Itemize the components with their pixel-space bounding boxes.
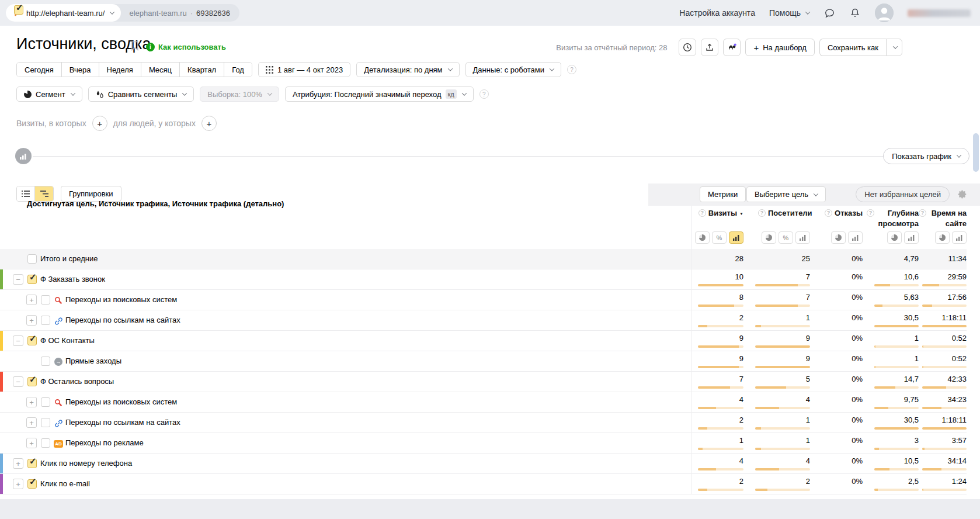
row-checkbox[interactable]: [27, 377, 37, 386]
ai-insights-button[interactable]: [723, 39, 741, 56]
attribution-label: Атрибуция: Последний значимый переход: [293, 90, 442, 99]
row-checkbox[interactable]: [41, 418, 50, 427]
export-share-button[interactable]: [701, 39, 718, 56]
pie-display-toggle[interactable]: [762, 231, 776, 244]
add-visit-filter-button[interactable]: +: [92, 116, 107, 131]
metric-cell-bounce: 0%: [810, 249, 863, 269]
data-mode-dropdown[interactable]: Данные: с роботами: [465, 62, 561, 77]
value-bar: [922, 284, 967, 286]
column-header-depth[interactable]: ?Глубина просмотра: [863, 208, 919, 229]
row-checkbox[interactable]: [41, 438, 50, 448]
collapse-row-button[interactable]: −: [13, 274, 23, 285]
pie-display-toggle[interactable]: [887, 231, 902, 244]
metric-cell-visitors: 7: [743, 269, 810, 289]
scrollbar-thumb[interactable]: [973, 133, 979, 172]
choose-goal-dropdown[interactable]: Выберите цель: [746, 186, 826, 202]
notifications-bell-icon[interactable]: [849, 7, 861, 19]
row-checkbox[interactable]: [27, 254, 37, 264]
row-checkbox[interactable]: [41, 357, 50, 366]
metric-value: 0%: [852, 456, 863, 465]
metric-help-icon[interactable]: ?: [867, 209, 874, 217]
yandex-metrica-app: http://elephant-team.ru/ elephant-team.r…: [0, 0, 980, 519]
help-question-icon[interactable]: ?: [567, 65, 576, 74]
attribution-dropdown[interactable]: Атрибуция: Последний значимый переход кд: [285, 86, 474, 102]
add-to-dashboard-button[interactable]: + На дашборд: [745, 39, 814, 56]
metrics-button[interactable]: Метрики: [700, 186, 746, 202]
collapse-row-button[interactable]: −: [13, 376, 23, 387]
bars-display-toggle[interactable]: [848, 231, 863, 244]
no-favorite-goals-button[interactable]: Нет избранных целей: [856, 186, 950, 202]
period-button-2[interactable]: Неделя: [99, 63, 141, 77]
metric-cell-visitors: 25: [743, 249, 810, 269]
column-label: Посетители: [768, 208, 810, 219]
row-checkbox[interactable]: [41, 295, 50, 305]
column-header-time[interactable]: ?Время на сайте: [919, 208, 967, 229]
how-to-use-link[interactable]: i Как использовать: [146, 43, 226, 51]
column-header-visitors[interactable]: ?Посетители: [743, 208, 810, 229]
sampling-dropdown[interactable]: Выборка: 100%: [200, 86, 279, 102]
bookmark-icon[interactable]: [131, 41, 139, 51]
bars-display-toggle[interactable]: [952, 231, 967, 244]
period-button-5[interactable]: Год: [224, 63, 252, 77]
row-checkbox[interactable]: [41, 397, 50, 407]
metric-value: 0%: [852, 254, 863, 263]
feedback-chat-icon[interactable]: [823, 7, 835, 19]
bars-display-toggle[interactable]: [795, 231, 810, 244]
period-button-1[interactable]: Вчера: [62, 63, 99, 77]
goal-color-stripe: [0, 454, 3, 473]
collapse-row-button[interactable]: −: [13, 335, 23, 346]
expand-row-button[interactable]: +: [26, 417, 37, 428]
metric-help-icon[interactable]: ?: [919, 209, 926, 217]
user-login-redacted[interactable]: [908, 9, 971, 17]
account-settings-link[interactable]: Настройка аккаунта: [679, 8, 755, 18]
period-button-0[interactable]: Сегодня: [17, 63, 62, 77]
bars-display-toggle[interactable]: [729, 231, 743, 244]
date-range-button[interactable]: 1 авг — 4 окт 2023: [258, 62, 350, 77]
expand-row-button[interactable]: +: [13, 458, 23, 469]
user-avatar[interactable]: [875, 4, 894, 22]
pie-display-toggle[interactable]: [695, 231, 710, 244]
metric-help-icon[interactable]: ?: [698, 209, 706, 217]
gear-icon[interactable]: [957, 189, 967, 199]
period-button-4[interactable]: Квартал: [180, 63, 224, 77]
row-checkbox[interactable]: [27, 336, 37, 345]
select-all-checkbox[interactable]: [14, 5, 23, 15]
metric-value: 1: [806, 436, 810, 445]
column-header-bounce[interactable]: ?Отказы: [810, 208, 863, 229]
metric-help-icon[interactable]: ?: [758, 209, 766, 217]
metric-help-icon[interactable]: ?: [825, 209, 832, 217]
expand-row-button[interactable]: +: [13, 479, 23, 489]
row-checkbox[interactable]: [27, 479, 37, 489]
period-button-3[interactable]: Месяц: [141, 63, 180, 77]
show-chart-button[interactable]: Показать график: [883, 148, 969, 164]
help-menu[interactable]: Помощь: [769, 8, 809, 18]
chart-preview-icon[interactable]: [15, 148, 32, 164]
expand-row-button[interactable]: +: [26, 397, 37, 407]
row-checkbox[interactable]: [27, 459, 37, 468]
pie-display-toggle[interactable]: [831, 231, 846, 244]
percent-display-toggle[interactable]: %: [712, 231, 727, 244]
dimension-cell: +Клик по e-mail: [0, 474, 691, 494]
value-bar: [922, 366, 967, 368]
expand-row-button[interactable]: +: [26, 438, 37, 448]
site-tab[interactable]: http://elephant-team.ru/ elephant-team.r…: [6, 4, 239, 22]
help-question-icon[interactable]: ?: [479, 89, 489, 99]
expand-row-button[interactable]: +: [26, 295, 37, 305]
row-checkbox[interactable]: [41, 316, 50, 325]
row-checkbox[interactable]: [27, 275, 37, 284]
metric-cell-bounce: 0%: [810, 269, 863, 289]
report-history-clock-button[interactable]: [679, 39, 696, 56]
save-as-dropdown[interactable]: [886, 39, 902, 56]
segment-dropdown[interactable]: Сегмент: [16, 86, 82, 102]
dimension-cell: −Ф Заказать звонок: [0, 269, 691, 289]
save-as-button[interactable]: Сохранить как: [819, 39, 886, 56]
detail-dropdown[interactable]: Детализация: по дням: [356, 62, 459, 77]
expand-row-button[interactable]: +: [26, 315, 37, 326]
percent-display-toggle[interactable]: %: [779, 231, 793, 244]
add-people-filter-button[interactable]: +: [201, 116, 217, 131]
bars-display-toggle[interactable]: [904, 231, 919, 244]
column-header-visits[interactable]: ?Визиты▼: [691, 208, 743, 229]
pie-display-toggle[interactable]: [935, 231, 950, 244]
compare-segments-dropdown[interactable]: Сравнить сегменты: [88, 86, 194, 102]
metric-value: 0%: [852, 416, 863, 424]
